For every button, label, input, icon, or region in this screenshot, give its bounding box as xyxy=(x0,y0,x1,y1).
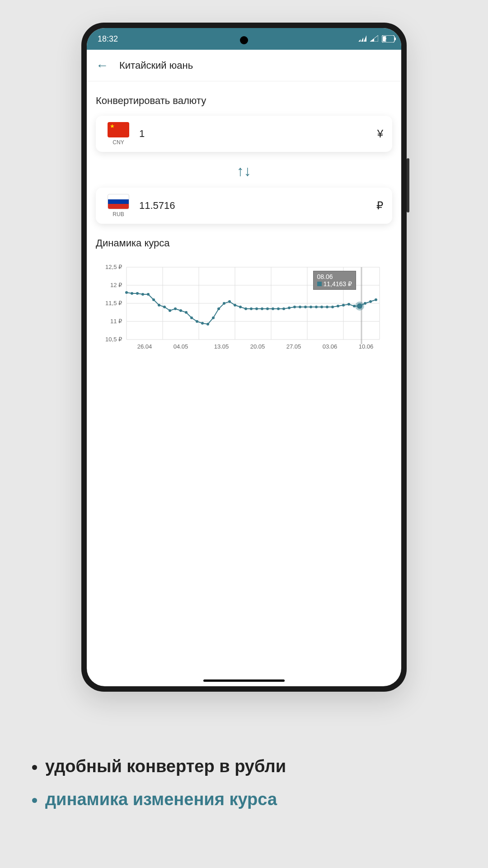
feature-item-2: динамика изменения курса xyxy=(45,790,286,809)
svg-point-23 xyxy=(158,304,160,307)
svg-point-37 xyxy=(234,304,236,307)
svg-point-42 xyxy=(261,307,263,310)
svg-point-31 xyxy=(201,322,204,325)
phone-camera xyxy=(240,36,248,44)
battery-icon: 28 xyxy=(382,35,390,42)
x-tick-5: 03.06 xyxy=(323,343,338,350)
from-flag-block: CNY xyxy=(105,122,132,146)
status-right: 28 xyxy=(358,34,390,44)
svg-point-18 xyxy=(131,292,133,295)
swap-button[interactable]: ↑↓ xyxy=(96,158,392,188)
svg-point-48 xyxy=(293,306,296,308)
svg-point-53 xyxy=(320,306,323,308)
from-currency-value[interactable]: 1 xyxy=(132,128,377,140)
tooltip-color-icon xyxy=(317,282,322,286)
svg-point-44 xyxy=(272,307,274,310)
x-tick-6: 10.06 xyxy=(359,343,374,350)
chart-tooltip: 08.06 11,4163 ₽ xyxy=(313,271,357,290)
y-tick-4: 10,5 ₽ xyxy=(105,336,122,343)
svg-point-64 xyxy=(357,303,362,309)
svg-point-47 xyxy=(288,307,291,309)
tooltip-date: 08.06 xyxy=(317,273,352,280)
svg-point-25 xyxy=(169,309,171,312)
svg-point-17 xyxy=(125,291,128,294)
svg-point-30 xyxy=(196,320,198,323)
to-currency-value[interactable]: 11.5716 xyxy=(132,200,376,212)
rate-chart[interactable]: 12,5 ₽ 12 ₽ 11,5 ₽ 11 ₽ 10,5 ₽ 26.04 04.… xyxy=(96,258,392,359)
svg-point-45 xyxy=(277,307,280,310)
svg-point-61 xyxy=(369,300,372,303)
svg-point-54 xyxy=(326,306,328,308)
feature-item-1: удобный конвертер в рубли xyxy=(45,757,286,776)
svg-point-58 xyxy=(347,303,350,306)
svg-point-29 xyxy=(190,316,193,319)
svg-point-51 xyxy=(310,306,312,308)
x-tick-3: 20.05 xyxy=(250,343,265,350)
content-area: Конвертировать валюту CNY 1 ¥ ↑↓ RUB 11.… xyxy=(87,81,401,368)
rub-flag-icon xyxy=(108,194,129,209)
svg-point-32 xyxy=(206,323,209,326)
x-tick-1: 04.05 xyxy=(174,343,188,350)
home-indicator[interactable] xyxy=(203,679,285,682)
svg-point-36 xyxy=(228,300,231,303)
svg-point-57 xyxy=(342,304,345,307)
y-tick-3: 11 ₽ xyxy=(110,318,122,325)
back-arrow-icon[interactable]: ← xyxy=(96,58,108,73)
svg-rect-1 xyxy=(394,38,396,40)
y-tick-0: 12,5 ₽ xyxy=(105,264,122,270)
svg-point-60 xyxy=(364,302,366,305)
to-flag-block: RUB xyxy=(105,194,132,217)
svg-point-39 xyxy=(244,307,247,310)
svg-point-62 xyxy=(375,298,377,301)
svg-point-20 xyxy=(141,293,144,296)
svg-point-56 xyxy=(337,305,339,307)
from-currency-code: CNY xyxy=(113,139,124,146)
feature-list: удобный конвертер в рубли динамика измен… xyxy=(45,757,286,823)
phone-frame: 18:32 28 ← Китайский юань Конвертировать… xyxy=(81,23,407,692)
from-currency-symbol: ¥ xyxy=(377,127,383,140)
svg-point-49 xyxy=(299,306,301,308)
svg-point-52 xyxy=(315,306,318,308)
x-tick-2: 13.05 xyxy=(214,343,229,350)
svg-point-46 xyxy=(282,307,285,310)
svg-point-41 xyxy=(255,307,258,310)
cny-flag-icon xyxy=(108,122,129,137)
currency-from-card[interactable]: CNY 1 ¥ xyxy=(96,116,392,152)
svg-point-26 xyxy=(174,307,177,310)
signal-icon xyxy=(358,34,366,44)
svg-point-55 xyxy=(331,306,334,308)
converter-title: Конвертировать валюту xyxy=(96,95,392,107)
svg-point-19 xyxy=(136,292,139,295)
y-tick-1: 12 ₽ xyxy=(110,282,122,288)
svg-point-40 xyxy=(250,307,253,310)
phone-screen: 18:32 28 ← Китайский юань Конвертировать… xyxy=(87,28,401,686)
svg-point-35 xyxy=(223,302,225,305)
svg-point-27 xyxy=(179,309,182,312)
svg-point-33 xyxy=(212,316,215,319)
to-currency-symbol: ₽ xyxy=(376,199,383,212)
svg-point-50 xyxy=(304,306,307,308)
phone-side-button xyxy=(407,158,409,212)
svg-point-38 xyxy=(239,306,242,308)
svg-point-43 xyxy=(266,307,269,310)
svg-point-22 xyxy=(152,298,155,301)
svg-point-24 xyxy=(163,306,166,308)
tooltip-value: 11,4163 ₽ xyxy=(324,280,352,288)
page-title: Китайский юань xyxy=(119,60,193,71)
y-tick-2: 11,5 ₽ xyxy=(105,300,122,307)
x-tick-0: 26.04 xyxy=(137,343,152,350)
status-time: 18:32 xyxy=(98,34,118,44)
chart-title: Динамика курса xyxy=(96,237,392,249)
to-currency-code: RUB xyxy=(113,211,124,217)
x-tick-4: 27.05 xyxy=(286,343,301,350)
signal-icon-2 xyxy=(370,34,378,44)
svg-point-21 xyxy=(147,293,150,296)
battery-level: 28 xyxy=(385,37,390,42)
currency-to-card[interactable]: RUB 11.5716 ₽ xyxy=(96,188,392,224)
svg-point-34 xyxy=(217,307,220,310)
svg-point-28 xyxy=(185,311,188,314)
app-header: ← Китайский юань xyxy=(87,50,401,81)
